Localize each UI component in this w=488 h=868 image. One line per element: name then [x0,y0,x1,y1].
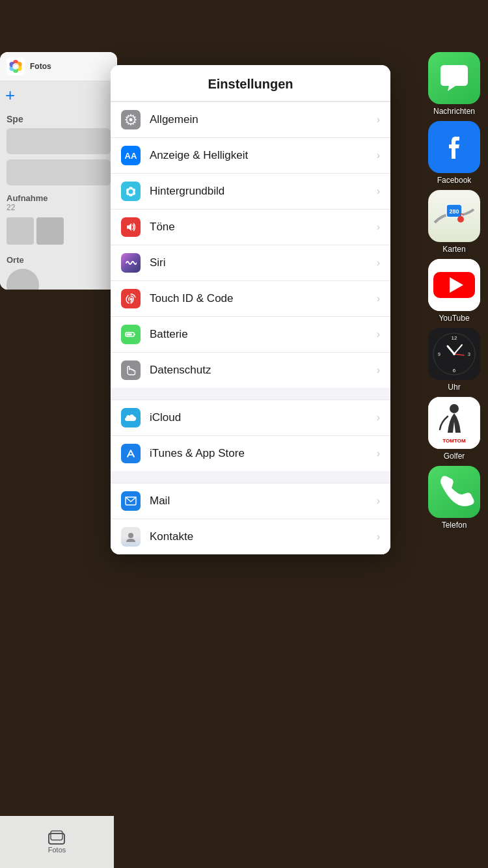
hand-icon [125,364,137,376]
batterie-icon [121,325,141,344]
mail-arrow: › [377,495,380,507]
switcher-orte-label: Orte [7,255,111,265]
hintergrund-label: Hintergrundbild [150,185,368,198]
svg-point-32 [457,216,464,223]
photos-card-title: Fotos [30,62,51,71]
allgemein-label: Allgemein [150,113,368,126]
youtube-play-icon [428,259,480,311]
bottom-bar: Fotos [0,816,114,868]
karten-label: Karten [442,245,465,254]
nachrichten-app[interactable]: Nachrichten [428,52,480,116]
touchid-label: Touch ID & Code [150,292,368,305]
anzeige-icon: AA [121,146,141,165]
kontakte-label: Kontakte [150,530,368,543]
settings-item-touchid[interactable]: Touch ID & Code › [111,281,390,317]
svg-point-47 [450,404,459,413]
anzeige-label: Anzeige & Helligkeit [150,149,368,162]
settings-item-hintergrund[interactable]: Hintergrundbild › [111,174,390,210]
gear-icon [125,114,137,126]
batterie-arrow: › [377,329,380,340]
uhr-app[interactable]: 12 3 6 9 Uhr [428,328,480,392]
batterie-label: Batterie [150,328,368,341]
settings-item-itunes[interactable]: iTunes & App Store › [111,436,390,471]
contacts-icon [125,531,137,543]
settings-item-anzeige[interactable]: AA Anzeige & Helligkeit › [111,138,390,174]
allgemein-arrow: › [377,114,380,126]
add-button[interactable]: + [5,87,15,103]
itunes-arrow: › [377,448,380,459]
svg-point-45 [453,353,455,355]
svg-point-7 [12,63,19,70]
clock-icon: 12 3 6 9 [428,328,480,380]
datenschutz-arrow: › [377,364,380,376]
photos-switcher-card[interactable]: Fotos + Spe Aufnahme 22 Orte [0,52,117,290]
uhr-label: Uhr [448,383,460,392]
settings-separator-2 [111,471,390,483]
settings-item-datenschutz[interactable]: Datenschutz › [111,353,390,388]
itunes-icon [121,444,141,463]
siri-arrow: › [377,257,380,269]
settings-item-batterie[interactable]: Batterie › [111,317,390,353]
settings-item-siri[interactable]: Siri › [111,245,390,281]
touchid-icon [121,289,141,308]
telefon-icon [428,466,480,518]
fotos-tab-label: Fotos [48,846,66,854]
facebook-icon [428,121,480,173]
golfer-app[interactable]: TOMTOM Golfer [428,397,480,461]
siri-icon [121,253,141,273]
switcher-aufnahme-label: Aufnahme [7,193,111,203]
settings-item-allgemein[interactable]: Allgemein › [111,102,390,138]
mail-label: Mail [150,495,368,508]
icloud-arrow: › [377,412,380,424]
nachrichten-label: Nachrichten [433,107,475,116]
karten-icon: 280 [428,190,480,242]
anzeige-arrow: › [377,150,380,161]
youtube-icon [428,259,480,311]
nachrichten-icon [428,52,480,104]
siri-wave-icon [125,257,137,269]
youtube-label: YouTube [439,314,469,323]
battery-icon [125,329,137,340]
allgemein-icon [121,110,141,129]
svg-point-26 [128,533,133,538]
photos-icon [7,57,25,75]
kontakte-arrow: › [377,531,380,543]
settings-item-kontakte[interactable]: Kontakte › [111,519,390,554]
karten-app[interactable]: 280 Karten [428,190,480,254]
svg-text:280: 280 [449,208,459,215]
youtube-app[interactable]: YouTube [428,259,480,323]
icloud-icon [121,408,141,427]
datenschutz-label: Datenschutz [150,364,368,377]
fotos-tab[interactable]: Fotos [48,830,66,854]
svg-rect-22 [134,334,135,335]
svg-text:6: 6 [453,368,456,373]
svg-rect-23 [127,334,132,336]
appstore-icon [125,448,137,459]
icloud-label: iCloud [150,411,368,424]
svg-text:9: 9 [438,352,441,357]
switcher-section1: Spe [7,114,111,124]
right-dock: Nachrichten Facebook 280 K [428,52,480,530]
facebook-app[interactable]: Facebook [428,121,480,185]
svg-rect-10 [51,831,62,840]
telefon-app[interactable]: Telefon [428,466,480,530]
tomtom-golfer-icon: TOMTOM [428,397,480,449]
switcher-aufnahme-count: 22 [7,203,111,212]
svg-text:3: 3 [468,352,470,357]
mail-icon [121,491,141,511]
maps-icon: 280 [428,190,480,242]
settings-item-mail[interactable]: Mail › [111,483,390,519]
hintergrund-arrow: › [377,185,380,197]
settings-item-toene[interactable]: Töne › [111,210,390,245]
uhr-icon: 12 3 6 9 [428,328,480,380]
itunes-label: iTunes & App Store [150,447,368,460]
svg-point-19 [129,189,133,194]
svg-text:12: 12 [452,335,457,341]
toene-label: Töne [150,221,368,234]
settings-separator-1 [111,388,390,400]
telefon-label: Telefon [442,521,467,530]
datenschutz-icon [121,360,141,380]
settings-item-icloud[interactable]: iCloud › [111,400,390,436]
settings-panel: Einstellungen Allgemein › AA Anzeige & H… [111,65,390,554]
phone-icon [428,466,480,518]
